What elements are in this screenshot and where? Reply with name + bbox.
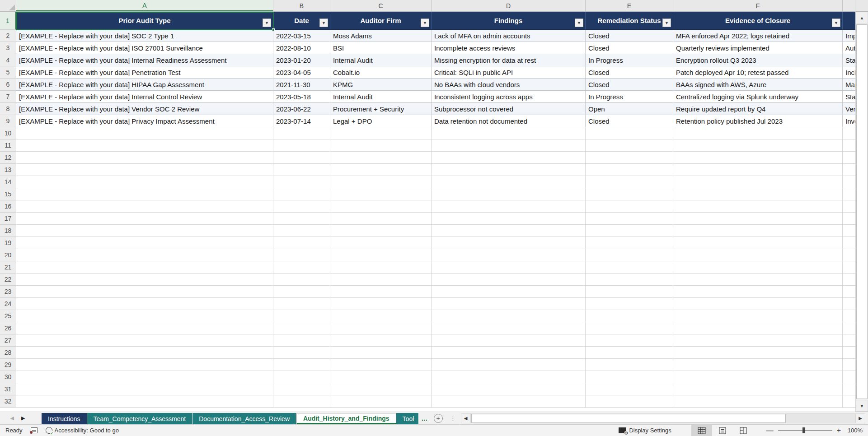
cell[interactable] <box>673 347 843 359</box>
cell[interactable] <box>432 310 586 322</box>
header-cell-auditor-firm[interactable]: Auditor Firm▼ <box>330 12 432 30</box>
cell[interactable] <box>586 261 673 274</box>
cell[interactable] <box>16 274 273 286</box>
cell[interactable] <box>673 127 843 139</box>
cell[interactable] <box>673 152 843 164</box>
column-header-f[interactable]: F <box>673 0 843 11</box>
cell[interactable]: Procurement + Security <box>330 103 432 115</box>
cell[interactable]: Moss Adams <box>330 30 432 42</box>
cell[interactable] <box>330 371 432 383</box>
column-header-c[interactable]: C <box>330 0 432 11</box>
cell[interactable]: KPMG <box>330 79 432 91</box>
cell[interactable] <box>432 237 586 249</box>
row-header-8[interactable]: 8 <box>0 103 16 115</box>
tabbar-divider-dots-icon[interactable]: ⋮ <box>446 412 461 424</box>
horizontal-scrollbar[interactable]: ◀ ▶ <box>461 413 865 423</box>
cell[interactable]: 2023-04-05 <box>273 66 330 79</box>
row-header-2[interactable]: 2 <box>0 30 16 42</box>
cell[interactable] <box>673 334 843 347</box>
cell[interactable] <box>843 371 855 383</box>
cell[interactable] <box>673 164 843 176</box>
cell[interactable] <box>673 359 843 371</box>
cell[interactable] <box>16 200 273 213</box>
cell[interactable] <box>586 395 673 408</box>
cell[interactable] <box>273 213 330 225</box>
cell[interactable]: Centralized logging via Splunk underway <box>673 91 843 103</box>
cell[interactable]: Quarterly reviews implemented <box>673 42 843 54</box>
cell[interactable] <box>330 347 432 359</box>
cell[interactable] <box>432 127 586 139</box>
cell[interactable] <box>432 359 586 371</box>
cell[interactable]: 2023-05-18 <box>273 91 330 103</box>
cell[interactable] <box>273 225 330 237</box>
cell[interactable] <box>843 213 855 225</box>
cell[interactable] <box>330 261 432 274</box>
hscroll-left-button[interactable]: ◀ <box>461 413 471 423</box>
cell[interactable] <box>432 334 586 347</box>
cell[interactable]: Open <box>586 103 673 115</box>
cell[interactable] <box>273 237 330 249</box>
sheet-tab-instructions[interactable]: Instructions <box>42 413 87 424</box>
cell[interactable] <box>16 310 273 322</box>
cell[interactable] <box>843 200 855 213</box>
cell[interactable] <box>432 213 586 225</box>
cell[interactable] <box>330 152 432 164</box>
normal-view-button[interactable] <box>691 425 712 436</box>
cell[interactable] <box>273 261 330 274</box>
zoom-in-button[interactable]: + <box>837 427 841 434</box>
header-cell-remediation-status[interactable]: Remediation Status▼ <box>586 12 673 30</box>
cell[interactable] <box>16 164 273 176</box>
cell[interactable] <box>432 176 586 188</box>
add-sheet-button[interactable]: + <box>431 412 446 424</box>
cell[interactable] <box>273 200 330 213</box>
cell[interactable] <box>673 395 843 408</box>
cell[interactable]: Internal Audit <box>330 91 432 103</box>
cell[interactable]: 2022-03-15 <box>273 30 330 42</box>
more-tabs-indicator[interactable]: … <box>419 412 431 424</box>
cell[interactable]: 2022-08-10 <box>273 42 330 54</box>
cell[interactable] <box>843 359 855 371</box>
cell[interactable] <box>273 322 330 334</box>
cell[interactable] <box>16 383 273 395</box>
row-header-11[interactable]: 11 <box>0 139 16 152</box>
cell[interactable] <box>16 286 273 298</box>
cell[interactable] <box>586 139 673 152</box>
cell[interactable] <box>330 395 432 408</box>
cell[interactable] <box>330 139 432 152</box>
row-header-4[interactable]: 4 <box>0 54 16 66</box>
cell[interactable]: [EXAMPLE - Replace with your data] Inter… <box>16 91 273 103</box>
select-all-corner[interactable] <box>0 0 16 11</box>
cell[interactable] <box>273 395 330 408</box>
header-cell-date[interactable]: Date▼ <box>273 12 330 30</box>
cell[interactable]: 2023-06-22 <box>273 103 330 115</box>
row-header-6[interactable]: 6 <box>0 79 16 91</box>
cell-overflow-preview[interactable]: Imp <box>843 30 855 42</box>
cell[interactable] <box>273 249 330 261</box>
row-header-7[interactable]: 7 <box>0 91 16 103</box>
cell[interactable] <box>432 249 586 261</box>
cell[interactable] <box>843 310 855 322</box>
cell[interactable]: Encryption rollout Q3 2023 <box>673 54 843 66</box>
cell[interactable]: [EXAMPLE - Replace with your data] HIPAA… <box>16 79 273 91</box>
cell[interactable] <box>673 188 843 200</box>
cell[interactable] <box>330 225 432 237</box>
cell[interactable] <box>586 127 673 139</box>
cell[interactable] <box>273 176 330 188</box>
vertical-scrollbar[interactable]: ▲ ▼ <box>855 12 868 412</box>
cell[interactable]: [EXAMPLE - Replace with your data] SOC 2… <box>16 30 273 42</box>
cell[interactable] <box>432 139 586 152</box>
column-header-e[interactable]: E <box>586 0 673 11</box>
row-header-25[interactable]: 25 <box>0 310 16 322</box>
row-header-12[interactable]: 12 <box>0 152 16 164</box>
zoom-level-label[interactable]: 100% <box>847 427 868 434</box>
cell[interactable] <box>843 127 855 139</box>
cell[interactable]: Patch deployed Apr 10; retest passed <box>673 66 843 79</box>
cell[interactable] <box>330 188 432 200</box>
cell[interactable] <box>586 274 673 286</box>
cell[interactable] <box>673 371 843 383</box>
cell[interactable] <box>843 249 855 261</box>
cell[interactable] <box>586 383 673 395</box>
cell[interactable] <box>586 176 673 188</box>
cell[interactable]: In Progress <box>586 54 673 66</box>
row-header-26[interactable]: 26 <box>0 322 16 334</box>
